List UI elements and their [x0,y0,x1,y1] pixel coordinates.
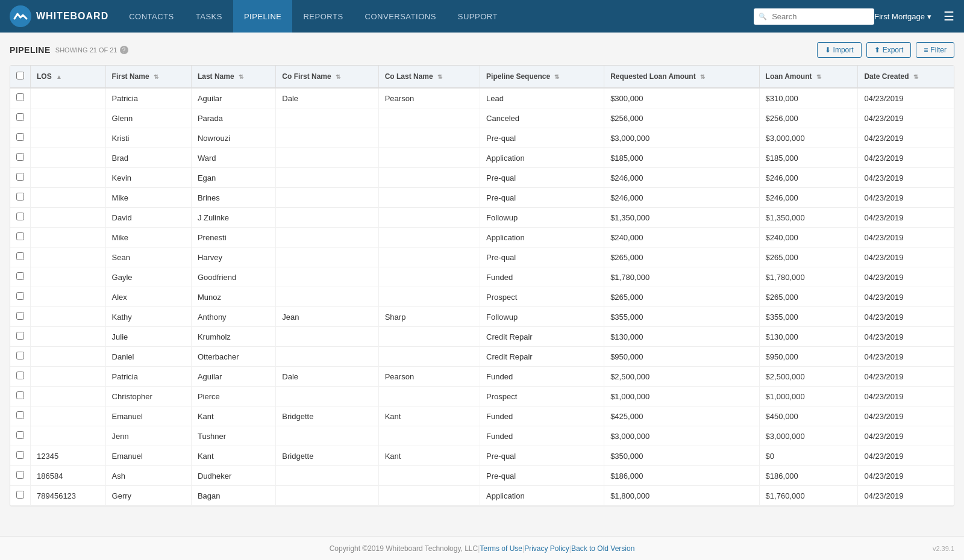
cell-lastname-10: Munoz [191,287,275,307]
cell-date-4: 04/23/2019 [858,168,954,188]
logo[interactable]: WHITEBOARD [10,5,108,27]
cell-lastname-16: Kant [191,406,275,426]
col-date-created[interactable]: Date Created ⇅ [858,66,954,88]
row-checkbox-10[interactable] [16,292,24,300]
col-last-name[interactable]: Last Name ⇅ [191,66,275,88]
cell-colastname-13 [378,347,480,367]
cell-date-12: 04/23/2019 [858,327,954,347]
cell-colastname-18: Kant [378,446,480,466]
footer-copyright: Copyright ©2019 Whiteboard Technology, L… [330,544,478,553]
main-content: PIPELINE SHOWING 21 OF 21 ? ⬇ Import ⬆ E… [0,33,964,536]
cell-firstname-16: Emanuel [105,406,191,426]
cell-requested-20: $1,800,000 [604,486,759,506]
row-checkbox-cell [10,466,31,486]
row-checkbox-6[interactable] [16,213,24,220]
import-button[interactable]: ⬇ Import [817,42,862,58]
nav-pipeline[interactable]: PIPELINE [233,0,293,33]
cell-cofirstname-5 [276,188,378,208]
cell-firstname-17: Jenn [105,426,191,446]
row-checkbox-cell [10,406,31,426]
col-loan-amount[interactable]: Loan Amount ⇅ [759,66,858,88]
cell-cofirstname-8 [276,247,378,267]
back-to-old-link[interactable]: Back to Old Version [571,544,634,553]
cell-requested-0: $300,000 [604,88,759,108]
col-requested-loan[interactable]: Requested Loan Amount ⇅ [604,66,759,88]
table-row: Kristi Nowrouzi Pre-qual $3,000,000 $3,0… [10,128,954,148]
cell-loan-14: $2,500,000 [759,367,858,387]
col-los[interactable]: LOS ▲ [31,66,106,88]
nav-tasks[interactable]: TASKS [185,0,233,33]
row-checkbox-cell [10,108,31,128]
row-checkbox-cell [10,327,31,347]
cell-lastname-8: Harvey [191,247,275,267]
row-checkbox-cell [10,287,31,307]
cell-lastname-3: Ward [191,148,275,168]
row-checkbox-19[interactable] [16,471,24,479]
cell-los-1 [31,108,106,128]
row-checkbox-7[interactable] [16,232,24,240]
cell-loan-18: $0 [759,446,858,466]
cell-pipeline-20: Application [480,486,604,506]
export-button[interactable]: ⬆ Export [866,42,912,58]
cell-date-1: 04/23/2019 [858,108,954,128]
nav-contacts[interactable]: CONTACTS [118,0,185,33]
row-checkbox-5[interactable] [16,193,24,201]
row-checkbox-15[interactable] [16,391,24,399]
cell-cofirstname-17 [276,426,378,446]
sort-date-icon: ⇅ [913,73,918,80]
cell-cofirstname-14: Dale [276,367,378,387]
cell-colastname-14: Pearson [378,367,480,387]
filter-button[interactable]: ≡ Filter [916,42,954,58]
cell-requested-1: $256,000 [604,108,759,128]
row-checkbox-4[interactable] [16,173,24,181]
cell-colastname-8 [378,247,480,267]
user-menu[interactable]: First Mortgage ▾ [874,12,931,21]
col-co-first-name[interactable]: Co First Name ⇅ [276,66,378,88]
row-checkbox-9[interactable] [16,272,24,280]
row-checkbox-12[interactable] [16,332,24,340]
nav-reports[interactable]: REPORTS [292,0,354,33]
cell-loan-7: $240,000 [759,228,858,247]
sort-lastname-icon: ⇅ [239,73,243,80]
cell-los-12 [31,327,106,347]
cell-cofirstname-10 [276,287,378,307]
row-checkbox-13[interactable] [16,352,24,359]
hamburger-icon[interactable]: ☰ [944,9,954,23]
row-checkbox-2[interactable] [16,133,24,141]
row-checkbox-0[interactable] [16,93,24,101]
nav-conversations[interactable]: CONVERSATIONS [354,0,447,33]
row-checkbox-16[interactable] [16,411,24,419]
table-row: Gayle Goodfriend Funded $1,780,000 $1,78… [10,267,954,287]
table-row: Glenn Parada Canceled $256,000 $256,000 … [10,108,954,128]
table-row: Kevin Egan Pre-qual $246,000 $246,000 04… [10,168,954,188]
cell-colastname-2 [378,128,480,148]
cell-colastname-16: Kant [378,406,480,426]
row-checkbox-18[interactable] [16,451,24,459]
cell-requested-3: $185,000 [604,148,759,168]
sort-los-icon: ▲ [56,73,62,80]
cell-lastname-20: Bagan [191,486,275,506]
version-label: v2.39.1 [933,545,954,552]
cell-pipeline-15: Prospect [480,387,604,406]
cell-requested-17: $3,000,000 [604,426,759,446]
row-checkbox-cell [10,307,31,327]
row-checkbox-cell [10,247,31,267]
cell-pipeline-10: Prospect [480,287,604,307]
col-first-name[interactable]: First Name ⇅ [105,66,191,88]
col-co-last-name[interactable]: Co Last Name ⇅ [378,66,480,88]
row-checkbox-14[interactable] [16,372,24,379]
table-row: Sean Harvey Pre-qual $265,000 $265,000 0… [10,247,954,267]
row-checkbox-1[interactable] [16,113,24,121]
help-icon[interactable]: ? [120,46,128,54]
row-checkbox-11[interactable] [16,312,24,320]
terms-link[interactable]: Terms of Use [480,544,522,553]
row-checkbox-17[interactable] [16,431,24,439]
nav-support[interactable]: SUPPORT [447,0,509,33]
select-all-checkbox[interactable] [16,72,24,79]
row-checkbox-8[interactable] [16,252,24,260]
row-checkbox-3[interactable] [16,153,24,161]
row-checkbox-20[interactable] [16,491,24,499]
search-input[interactable] [754,8,874,25]
col-pipeline-sequence[interactable]: Pipeline Sequence ⇅ [480,66,604,88]
privacy-link[interactable]: Privacy Policy [524,544,569,553]
